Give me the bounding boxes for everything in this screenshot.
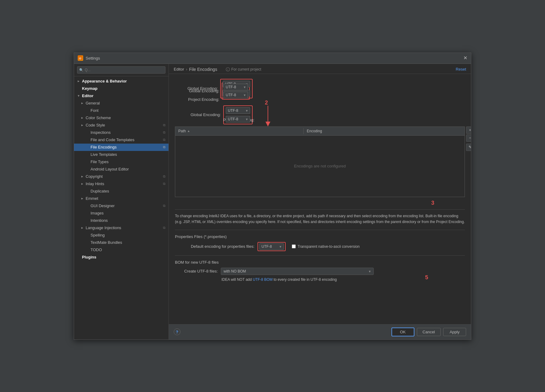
bom-section-title: BOM for new UTF-8 files xyxy=(175,260,465,265)
chevron-right-icon: ► xyxy=(81,226,84,229)
sidebar-item-todo[interactable]: TODO xyxy=(74,246,169,254)
content-area: 🔍 ► Appearance & Behavior Keymap ▼ xyxy=(74,64,471,339)
window-title: Settings xyxy=(86,56,100,60)
sidebar-item-duplicates[interactable]: Duplicates xyxy=(74,188,169,195)
bom-select[interactable]: with NO BOM with BOM with BOM (macOS) xyxy=(221,268,374,275)
chevron-placeholder xyxy=(77,87,81,90)
sidebar-item-file-code-templates[interactable]: File and Code Templates ⧉ xyxy=(74,136,169,144)
breadcrumb: Editor › File Encodings i For current pr… xyxy=(174,67,261,72)
sidebar-item-label: Language Injections xyxy=(86,225,121,230)
sidebar-item-file-encodings[interactable]: File Encodings ⧉ xyxy=(74,144,169,151)
sidebar-item-editor[interactable]: ▼ Editor xyxy=(74,92,169,100)
bom-label: Create UTF-8 files: xyxy=(175,269,218,273)
global-enc-sel2[interactable]: UTF-8UTF-16 xyxy=(226,107,250,114)
sidebar-item-color-scheme[interactable]: ► Color Scheme xyxy=(74,114,169,122)
chevron-placeholder xyxy=(86,189,89,193)
edit-row-button[interactable]: ✎ xyxy=(466,144,471,151)
sidebar-item-font[interactable]: Font xyxy=(74,107,169,114)
sidebar-item-inspections[interactable]: Inspections ⧉ xyxy=(74,129,169,136)
sidebar-item-label: Copyright xyxy=(86,174,103,179)
sidebar-item-android-layout[interactable]: Android Layout Editor xyxy=(74,166,169,173)
transparent-conversion-checkbox[interactable] xyxy=(292,244,296,248)
sidebar-item-live-templates[interactable]: Live Templates xyxy=(74,151,169,158)
sidebar-item-textmate[interactable]: TextMate Bundles xyxy=(74,239,169,246)
search-input[interactable] xyxy=(77,66,165,74)
sidebar-item-label: Intentions xyxy=(91,218,108,223)
divider-2 xyxy=(175,255,465,256)
sidebar-item-keymap[interactable]: Keymap xyxy=(74,85,169,92)
project-enc-sel2[interactable]: UTF-8UTF-16 xyxy=(226,116,250,123)
info-icon: i xyxy=(226,67,230,71)
path-column-header: Path ▲ xyxy=(175,128,304,134)
sidebar-item-file-types[interactable]: File Types xyxy=(74,158,169,166)
chevron-right-icon: ► xyxy=(81,123,84,127)
sidebar-item-label: Editor xyxy=(82,93,94,98)
add-row-button[interactable]: + xyxy=(466,126,471,134)
close-button[interactable]: ✕ xyxy=(463,56,467,60)
sidebar-item-label: Font xyxy=(91,108,98,113)
bom-note: IDEA will NOT add UTF-8 BOM to every cre… xyxy=(221,277,465,282)
ok-button[interactable]: OK xyxy=(391,328,414,336)
sidebar-item-appearance[interactable]: ► Appearance & Behavior xyxy=(74,78,169,85)
annotation-5-label: 5 xyxy=(425,274,428,281)
project-enc-wrap2: UTF-8UTF-16 ▼ xyxy=(226,116,250,123)
remove-row-button[interactable]: − xyxy=(466,134,471,142)
chevron-right-icon: ► xyxy=(81,182,84,185)
sidebar-item-general[interactable]: ► General xyxy=(74,100,169,107)
annotation-3-label: 3 xyxy=(431,200,434,206)
search-box: 🔍 xyxy=(74,64,169,76)
transparent-conversion-row: Transparent native-to-ascii conversion xyxy=(292,244,360,249)
sidebar-item-label: General xyxy=(86,101,100,105)
table-body: Encodings are not configured xyxy=(175,136,465,197)
reset-button[interactable]: Reset xyxy=(456,67,466,71)
chevron-right-icon: ► xyxy=(77,79,81,83)
sidebar-item-intentions[interactable]: Intentions xyxy=(74,217,169,224)
sidebar-item-inlay-hints[interactable]: ► Inlay Hints ⧉ xyxy=(74,180,169,188)
props-encoding-select[interactable]: UTF-8UTF-16 xyxy=(259,243,284,250)
copy-icon: ⧉ xyxy=(163,174,165,178)
sidebar-item-label: Duplicates xyxy=(91,189,109,193)
global-encoding-dropdown[interactable]: UTF-8UTF-16ISO-8859-1 xyxy=(224,84,248,90)
props-encoding-red-box: UTF-8UTF-16 ▼ xyxy=(258,242,286,251)
global-encoding-row: Global Encoding: UTF-8 UTF-16 ISO-8859-1 xyxy=(175,79,465,98)
chevron-placeholder xyxy=(86,138,89,141)
sidebar-item-images[interactable]: Images xyxy=(74,210,169,217)
chevron-placeholder xyxy=(86,153,89,156)
chevron-right-icon: ► xyxy=(81,101,84,105)
annotation-2-label: 2 xyxy=(265,100,268,106)
project-enc-select-wrap: UTF-8UTF-16ISO-8859-1 ▼ xyxy=(224,92,248,98)
sidebar-item-label: Code Style xyxy=(86,123,105,127)
apply-button[interactable]: Apply xyxy=(443,328,466,336)
bom-select-wrap: with NO BOM with BOM with BOM (macOS) ▼ xyxy=(221,268,374,275)
global-encoding-label: Global Encoding: xyxy=(175,86,218,91)
copy-icon: ⧉ xyxy=(163,123,165,127)
breadcrumb-separator: › xyxy=(186,67,187,71)
cancel-button[interactable]: Cancel xyxy=(417,328,441,336)
sidebar-item-spelling[interactable]: Spelling xyxy=(74,232,169,239)
help-button[interactable]: ? xyxy=(174,328,180,335)
bom-note-link[interactable]: UTF-8 BOM xyxy=(253,277,272,282)
sidebar-item-label: Live Templates xyxy=(91,152,117,157)
chevron-placeholder xyxy=(86,145,89,149)
sidebar-item-code-style[interactable]: ► Code Style ⧉ xyxy=(74,122,169,129)
copy-icon: ⧉ xyxy=(163,130,165,134)
sidebar-item-emmet[interactable]: ► Emmet xyxy=(74,195,169,202)
sidebar-item-language-injections[interactable]: ► Language Injections ⧉ xyxy=(74,224,169,232)
title-bar: IJ Settings ✕ xyxy=(74,53,471,64)
chevron-placeholder xyxy=(86,219,89,222)
chevron-placeholder xyxy=(86,131,89,134)
sidebar-item-plugins[interactable]: Plugins xyxy=(74,254,169,261)
props-encoding-row: Default encoding for properties files: U… xyxy=(175,242,465,251)
chevron-right-icon: ► xyxy=(81,116,84,119)
sidebar-item-copyright[interactable]: ► Copyright ⧉ xyxy=(74,173,169,180)
encodings-block: Global Encoding: UTF-8UTF-16 ▼ xyxy=(175,105,465,122)
sidebar-item-gui-designer[interactable]: GUI Designer ⧉ xyxy=(74,202,169,210)
copy-icon: ⧉ xyxy=(163,138,165,142)
transparent-conversion-label: Transparent native-to-ascii conversion xyxy=(298,244,360,249)
global-lbl: Global Encoding: xyxy=(175,112,221,117)
sidebar-item-label: File Types xyxy=(91,159,109,164)
project-encoding-dropdown[interactable]: UTF-8UTF-16ISO-8859-1 xyxy=(224,92,248,98)
sidebar-item-label: Inspections xyxy=(91,130,111,135)
app-icon: IJ xyxy=(78,55,83,61)
sidebar-tree: ► Appearance & Behavior Keymap ▼ Editor … xyxy=(74,76,169,339)
